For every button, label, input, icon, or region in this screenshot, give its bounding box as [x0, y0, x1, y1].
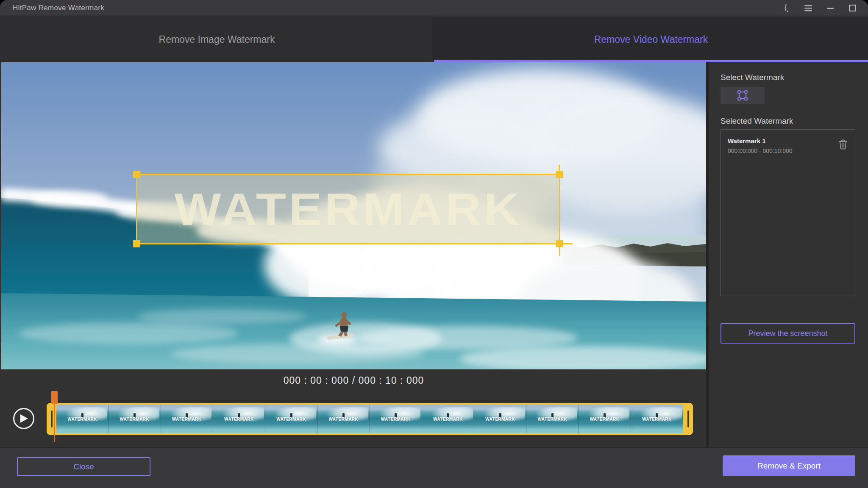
timeline[interactable]: WATERMARK WATERMARK WATERMARK WATERMARK … — [47, 403, 693, 435]
filmstrip-thumbnail[interactable]: WATERMARK — [579, 405, 631, 433]
filmstrip-thumbnail[interactable]: WATERMARK — [56, 405, 108, 433]
filmstrip-thumbnail[interactable]: WATERMARK — [526, 405, 579, 433]
delete-icon[interactable] — [838, 139, 848, 150]
menu-icon[interactable] — [804, 3, 813, 13]
resize-handle-bottom-left[interactable] — [133, 240, 140, 247]
pen-icon[interactable] — [782, 3, 791, 13]
window-title: HitPaw Remove Watermark — [13, 4, 104, 12]
filmstrip-thumbnail[interactable]: WATERMARK — [370, 405, 422, 433]
filmstrip[interactable]: WATERMARK WATERMARK WATERMARK WATERMARK … — [56, 405, 683, 433]
select-watermark-label: Select Watermark — [721, 73, 784, 82]
footer-bar: Close Remove & Export — [0, 447, 868, 488]
timecode: 000 : 00 : 000 / 000 : 10 : 000 — [1, 370, 706, 391]
filmstrip-thumbnail[interactable]: WATERMARK — [213, 405, 265, 433]
tab-label: Remove Video Watermark — [594, 34, 708, 45]
selected-watermark-panel: Watermark 1 000:00:000 - 000:10:000 — [721, 129, 855, 296]
marquee-select-button[interactable] — [721, 87, 765, 104]
selected-watermark-label: Selected Watermark — [721, 116, 793, 126]
resize-handle-top-right[interactable] — [556, 171, 563, 178]
play-button[interactable] — [13, 408, 34, 429]
filmstrip-thumbnail[interactable]: WATERMARK — [422, 405, 474, 433]
remove-export-button[interactable]: Remove & Export — [723, 455, 855, 476]
watermark-overlay-text: WATERMARK — [174, 183, 522, 236]
close-button[interactable]: Close — [17, 457, 150, 476]
tab-label: Remove Image Watermark — [159, 34, 275, 45]
play-icon — [19, 413, 28, 424]
trim-handle-left[interactable] — [47, 403, 56, 435]
resize-handle-bottom-right[interactable] — [556, 240, 563, 247]
tab-bar: Remove Image Watermark Remove Video Wate… — [0, 17, 868, 62]
main-area: WATERMARK 000 : 00 : 000 / 000 : 10 : 00… — [0, 62, 709, 447]
preview-screenshot-button[interactable]: Preview the screenshot — [721, 323, 855, 344]
filmstrip-thumbnail[interactable]: WATERMARK — [317, 405, 370, 433]
sidebar: Select Watermark Selected Watermark Wate… — [709, 62, 868, 447]
tab-remove-video-watermark[interactable]: Remove Video Watermark — [434, 17, 868, 62]
watermark-item-time-range: 000:00:000 - 000:10:000 — [728, 147, 793, 154]
playhead-marker[interactable] — [51, 391, 58, 404]
trim-handle-right[interactable] — [683, 403, 693, 435]
resize-handle-top-left[interactable] — [133, 171, 140, 178]
filmstrip-thumbnail[interactable]: WATERMARK — [108, 405, 161, 433]
app-window: HitPaw Remove Watermark Remove Image Wat… — [0, 0, 868, 488]
filmstrip-thumbnail[interactable]: WATERMARK — [474, 405, 526, 433]
maximize-icon[interactable] — [848, 3, 857, 13]
watermark-selection-box[interactable]: WATERMARK — [136, 174, 560, 244]
minimize-icon[interactable] — [826, 3, 835, 13]
marquee-selection-icon — [735, 89, 750, 102]
tab-remove-image-watermark[interactable]: Remove Image Watermark — [0, 17, 434, 62]
filmstrip-thumbnail[interactable]: WATERMARK — [631, 405, 683, 433]
video-preview[interactable]: WATERMARK — [1, 62, 706, 369]
watermark-list-item[interactable]: Watermark 1 000:00:000 - 000:10:000 — [721, 130, 855, 162]
window-controls — [782, 0, 857, 16]
filmstrip-thumbnail[interactable]: WATERMARK — [265, 405, 317, 433]
filmstrip-thumbnail[interactable]: WATERMARK — [161, 405, 213, 433]
title-bar: HitPaw Remove Watermark — [0, 0, 868, 16]
watermark-item-name: Watermark 1 — [728, 137, 793, 144]
